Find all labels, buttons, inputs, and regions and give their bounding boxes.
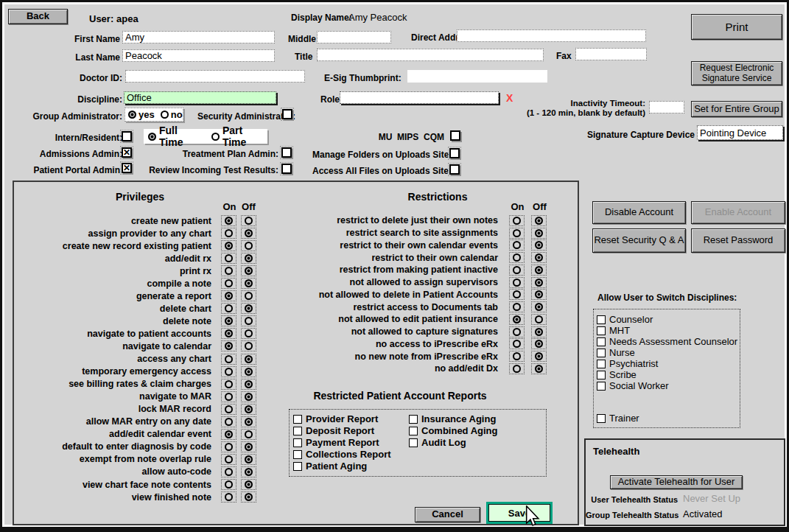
privilege-on-radio[interactable]	[221, 404, 236, 415]
intern-resident-checkbox[interactable]	[122, 131, 132, 141]
reset-security-qa-button[interactable]: Reset Security Q & A	[592, 228, 686, 253]
report-checkbox[interactable]	[293, 462, 302, 471]
activate-telehealth-button[interactable]: Activate Telehealth for User	[610, 475, 743, 489]
privilege-off-radio[interactable]	[241, 416, 256, 427]
privilege-off-radio[interactable]	[241, 454, 256, 465]
privilege-off-radio[interactable]	[241, 404, 256, 415]
privilege-on-radio[interactable]	[221, 491, 236, 503]
privilege-on-radio[interactable]	[221, 466, 236, 477]
report-item[interactable]: Collections Report	[293, 449, 391, 460]
discipline-item[interactable]: Nurse	[597, 347, 635, 358]
restriction-on-radio[interactable]	[509, 301, 525, 312]
privilege-off-radio[interactable]	[241, 429, 256, 440]
restriction-off-radio[interactable]	[531, 228, 547, 239]
manage-folders-checkbox[interactable]	[449, 148, 460, 158]
privilege-off-radio[interactable]	[241, 441, 256, 452]
restriction-off-radio[interactable]	[531, 289, 547, 300]
report-checkbox[interactable]	[409, 415, 418, 424]
restriction-off-radio[interactable]	[531, 351, 547, 362]
group-admin-yes-radio[interactable]	[128, 111, 136, 119]
direct-address-input[interactable]	[457, 29, 646, 42]
disable-account-button[interactable]: Disable Account	[592, 201, 686, 224]
report-item[interactable]: Payment Report	[293, 437, 379, 448]
restriction-off-radio[interactable]	[531, 252, 547, 263]
restriction-off-radio[interactable]	[531, 363, 547, 374]
restriction-on-radio[interactable]	[509, 326, 525, 337]
back-button[interactable]: Back	[8, 9, 68, 24]
role-input[interactable]	[340, 91, 499, 104]
review-incoming-checkbox[interactable]	[281, 164, 292, 174]
restriction-on-radio[interactable]	[509, 215, 525, 226]
restriction-on-radio[interactable]	[509, 289, 525, 300]
discipline-item[interactable]: Counselor	[597, 314, 653, 325]
inactivity-timeout-input[interactable]	[649, 101, 684, 113]
restriction-off-radio[interactable]	[531, 277, 547, 288]
title-input[interactable]	[317, 49, 544, 61]
report-item[interactable]: Provider Report	[293, 413, 378, 424]
part-time-radio[interactable]	[211, 133, 220, 141]
last-name-input[interactable]	[122, 49, 275, 62]
restriction-off-radio[interactable]	[531, 314, 547, 325]
privilege-on-radio[interactable]	[221, 379, 236, 390]
first-name-input[interactable]	[122, 31, 275, 43]
restriction-off-radio[interactable]	[531, 239, 547, 251]
privilege-on-radio[interactable]	[221, 416, 236, 427]
discipline-item-trainer[interactable]: Trainer	[597, 413, 639, 424]
full-time-radio[interactable]	[148, 133, 156, 141]
restriction-on-radio[interactable]	[509, 228, 525, 239]
privilege-off-radio[interactable]	[241, 491, 256, 503]
discipline-item[interactable]: Needs Assessment Counselor	[597, 336, 737, 347]
discipline-checkbox[interactable]	[597, 337, 606, 346]
report-checkbox[interactable]	[409, 438, 418, 447]
middle-input[interactable]	[317, 31, 391, 43]
restriction-on-radio[interactable]	[509, 277, 525, 288]
treatment-plan-checkbox[interactable]	[281, 147, 292, 158]
discipline-item[interactable]: MHT	[597, 325, 630, 336]
trainer-checkbox[interactable]	[597, 414, 606, 423]
discipline-checkbox[interactable]	[597, 382, 606, 391]
discipline-checkbox[interactable]	[597, 349, 606, 357]
privilege-off-radio[interactable]	[241, 466, 256, 477]
fax-input[interactable]	[575, 48, 647, 60]
report-item[interactable]: Insurance Aging	[409, 413, 496, 424]
privilege-off-radio[interactable]	[241, 391, 256, 402]
signature-device-input[interactable]	[697, 125, 783, 140]
report-checkbox[interactable]	[293, 438, 302, 447]
security-admin-checkbox[interactable]	[282, 109, 292, 119]
privilege-on-radio[interactable]	[221, 391, 236, 402]
restriction-on-radio[interactable]	[509, 265, 525, 276]
restriction-on-radio[interactable]	[509, 338, 525, 349]
privilege-on-radio[interactable]	[221, 479, 236, 490]
privilege-on-radio[interactable]	[221, 454, 236, 465]
restriction-on-radio[interactable]	[509, 314, 525, 325]
privilege-off-radio[interactable]	[241, 479, 256, 490]
privilege-off-radio[interactable]	[241, 379, 256, 390]
report-checkbox[interactable]	[293, 450, 302, 459]
discipline-item[interactable]: Scribe	[597, 369, 637, 380]
cancel-button[interactable]: Cancel	[415, 507, 480, 522]
discipline-item[interactable]: Psychiatrist	[597, 358, 658, 369]
access-all-files-checkbox[interactable]	[449, 164, 460, 175]
set-entire-group-button[interactable]: Set for Entire Group	[691, 101, 782, 117]
restriction-on-radio[interactable]	[509, 363, 525, 374]
mu-mips-cqm-checkbox[interactable]	[450, 130, 460, 141]
privilege-on-radio[interactable]	[221, 441, 236, 452]
discipline-item[interactable]: Social Worker	[597, 380, 669, 391]
discipline-checkbox[interactable]	[597, 315, 606, 324]
report-checkbox[interactable]	[293, 427, 302, 435]
report-checkbox[interactable]	[293, 415, 302, 424]
print-button[interactable]: Print	[691, 14, 782, 40]
report-checkbox[interactable]	[409, 427, 418, 435]
restriction-on-radio[interactable]	[509, 239, 525, 251]
discipline-checkbox[interactable]	[597, 371, 606, 379]
restriction-on-radio[interactable]	[509, 351, 525, 362]
role-clear-x[interactable]: X	[506, 92, 513, 104]
restriction-off-radio[interactable]	[531, 215, 547, 226]
reset-password-button[interactable]: Reset Password	[691, 228, 785, 253]
request-esig-button[interactable]: Request Electronic Signature Service	[691, 61, 782, 85]
group-admin-no-radio[interactable]	[161, 111, 169, 119]
report-item[interactable]: Deposit Report	[293, 425, 374, 436]
restriction-on-radio[interactable]	[509, 252, 525, 263]
discipline-input[interactable]	[124, 91, 276, 104]
doctor-id-input[interactable]	[125, 70, 305, 83]
